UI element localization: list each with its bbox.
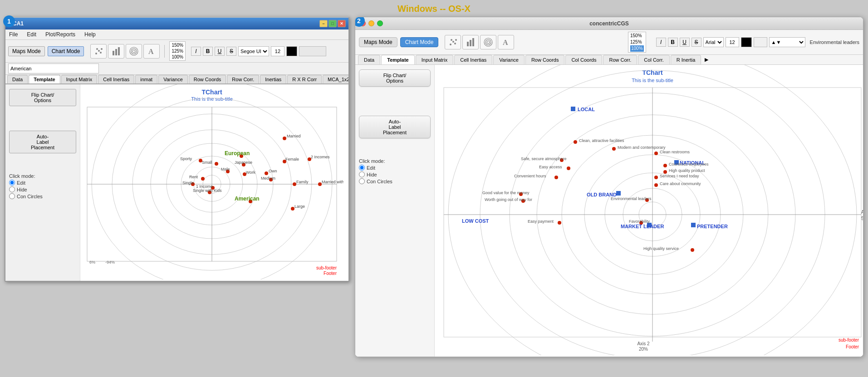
point-convenient[interactable] bbox=[554, 176, 558, 179]
win2-radio-edit-label[interactable]: Edit bbox=[359, 165, 431, 171]
point-own[interactable] bbox=[265, 171, 268, 175]
win2-tab-col-corr[interactable]: Col Corr. bbox=[638, 55, 669, 64]
tab-row-corr[interactable]: Row Corr. bbox=[227, 75, 259, 83]
radio-edit-label[interactable]: Edit bbox=[9, 180, 76, 186]
win2-tab-r-inertia[interactable]: R Inertia bbox=[671, 55, 701, 64]
point-married[interactable] bbox=[283, 137, 286, 140]
win2-tab-row-coords[interactable]: Row Coords bbox=[525, 55, 565, 64]
point-large[interactable] bbox=[291, 207, 294, 211]
chart-mode-btn[interactable]: Chart Mode bbox=[48, 46, 84, 56]
win2-font-size-input[interactable] bbox=[726, 37, 739, 47]
maps-mode-btn[interactable]: Maps Mode bbox=[8, 46, 45, 56]
win2-tab-variance[interactable]: Variance bbox=[493, 55, 525, 64]
tab-rxrcorr[interactable]: R X R Corr bbox=[287, 75, 322, 83]
point-high-quality-product[interactable] bbox=[663, 170, 667, 174]
win1-flip-chart-btn[interactable]: Flip Chart/Options bbox=[9, 89, 76, 106]
point-courteous[interactable] bbox=[663, 164, 667, 167]
win1-close-btn[interactable]: ✕ bbox=[338, 20, 346, 27]
win1-auto-label-btn[interactable]: Auto-LabelPlacement bbox=[9, 131, 76, 153]
radio-con-circles[interactable] bbox=[9, 193, 15, 199]
point-services[interactable] bbox=[654, 176, 658, 179]
win2-concentric-icon[interactable] bbox=[480, 35, 496, 49]
tab-data[interactable]: Data bbox=[7, 75, 28, 83]
point-clean-restrooms[interactable] bbox=[654, 152, 658, 155]
zoom-control[interactable]: 150% 125% 100% bbox=[169, 41, 186, 61]
win1-maximize-btn[interactable]: □ bbox=[329, 20, 337, 27]
point-easy-access[interactable] bbox=[567, 166, 570, 170]
win2-scatter-icon[interactable] bbox=[445, 35, 461, 49]
win2-underline-btn[interactable]: U bbox=[680, 38, 690, 47]
point-pretender[interactable] bbox=[691, 223, 696, 227]
win2-zoom-control[interactable]: 150% 125% 100% bbox=[628, 32, 646, 53]
point-community[interactable] bbox=[654, 183, 658, 187]
text-icon-btn[interactable]: A bbox=[143, 44, 160, 59]
menu-file[interactable]: File bbox=[7, 30, 20, 39]
point-local[interactable] bbox=[571, 107, 575, 111]
tab-inmat[interactable]: inmat bbox=[135, 75, 157, 83]
font-size-input[interactable] bbox=[271, 46, 284, 56]
radio-hide[interactable] bbox=[9, 186, 15, 192]
win2-maps-mode-btn[interactable]: Maps Mode bbox=[359, 37, 397, 47]
underline-btn[interactable]: U bbox=[215, 47, 225, 56]
italic-btn[interactable]: I bbox=[191, 47, 201, 56]
win2-tab-row-corr[interactable]: Row Corr. bbox=[603, 55, 637, 64]
win2-radio-edit[interactable] bbox=[359, 165, 365, 171]
tab-mca[interactable]: MCA_1x2_1 bbox=[323, 75, 348, 83]
color-picker[interactable] bbox=[286, 46, 297, 56]
win1-text-input[interactable]: American bbox=[8, 64, 99, 73]
win2-bar-icon[interactable] bbox=[462, 35, 479, 49]
win2-radio-con-circles[interactable] bbox=[359, 178, 365, 184]
point-old-brand[interactable] bbox=[616, 191, 621, 196]
win2-tab-col-coords[interactable]: Col Coords bbox=[565, 55, 602, 64]
win1-minimize-btn[interactable]: – bbox=[319, 20, 328, 27]
radio-con-circles-label[interactable]: Con Circles bbox=[9, 193, 76, 199]
scatter-icon-btn[interactable] bbox=[90, 44, 107, 59]
point-easy-payment[interactable] bbox=[558, 221, 561, 225]
win2-auto-label-btn[interactable]: Auto-LabelPlacement bbox=[359, 116, 431, 138]
win2-flip-chart-btn[interactable]: Flip Chart/Options bbox=[359, 69, 431, 87]
bar-icon-btn[interactable] bbox=[108, 44, 124, 59]
point-small[interactable] bbox=[215, 162, 218, 166]
win2-tab-more[interactable]: ▶ bbox=[702, 55, 711, 64]
point-high-quality-service[interactable] bbox=[691, 248, 694, 252]
font-select[interactable]: Segoe UI bbox=[238, 46, 269, 56]
win2-tab-data[interactable]: Data bbox=[358, 55, 380, 64]
win2-text-icon[interactable]: A bbox=[498, 35, 514, 49]
win2-color-swatch[interactable] bbox=[754, 37, 767, 47]
win2-min-btn[interactable] bbox=[368, 20, 374, 26]
point-modern[interactable] bbox=[612, 147, 616, 151]
win2-strike-btn[interactable]: S bbox=[691, 38, 701, 47]
win2-bold-btn[interactable]: B bbox=[668, 38, 678, 47]
tab-variance[interactable]: Variance bbox=[158, 75, 188, 83]
win2-stepper[interactable]: ▲▼ bbox=[769, 37, 805, 47]
bold-btn[interactable]: B bbox=[203, 47, 213, 56]
radio-hide-label[interactable]: Hide bbox=[9, 186, 76, 192]
tab-template[interactable]: Template bbox=[29, 75, 60, 83]
win2-color-picker[interactable] bbox=[741, 37, 752, 47]
win2-radio-hide[interactable] bbox=[359, 171, 365, 177]
win2-tab-template[interactable]: Template bbox=[381, 55, 414, 64]
win2-chart-mode-btn[interactable]: Chart Mode bbox=[400, 37, 439, 47]
menu-plot[interactable]: Plot/Reports bbox=[44, 30, 77, 39]
win2-tab-cell-inertias[interactable]: Cell Inertias bbox=[454, 55, 492, 64]
menu-edit[interactable]: Edit bbox=[25, 30, 38, 39]
win2-font-select[interactable]: Arial bbox=[703, 37, 724, 47]
color-swatch[interactable] bbox=[299, 46, 326, 56]
win2-max-btn[interactable] bbox=[377, 20, 383, 26]
concentric-icon-btn[interactable] bbox=[126, 44, 142, 59]
strikethrough-btn[interactable]: S bbox=[226, 47, 236, 56]
point-family[interactable] bbox=[293, 182, 296, 186]
win2-italic-btn[interactable]: I bbox=[656, 38, 666, 47]
tab-inertias[interactable]: Inertias bbox=[260, 75, 286, 83]
point-rent[interactable] bbox=[201, 177, 205, 181]
win2-radio-hide-label[interactable]: Hide bbox=[359, 171, 431, 177]
point-marriedkids[interactable] bbox=[318, 182, 322, 186]
win2-radio-con-circles-label[interactable]: Con Circles bbox=[359, 178, 431, 184]
radio-edit[interactable] bbox=[9, 180, 15, 186]
tab-cell-inertias[interactable]: Cell Inertias bbox=[98, 75, 134, 83]
menu-help[interactable]: Help bbox=[83, 30, 98, 39]
win2-tab-input-matrix[interactable]: Input Matrix bbox=[416, 55, 453, 64]
tab-row-coords[interactable]: Row Coords bbox=[189, 75, 226, 83]
tab-input-matrix[interactable]: Input Matrix bbox=[61, 75, 97, 83]
point-clean-facilities[interactable] bbox=[574, 140, 577, 144]
